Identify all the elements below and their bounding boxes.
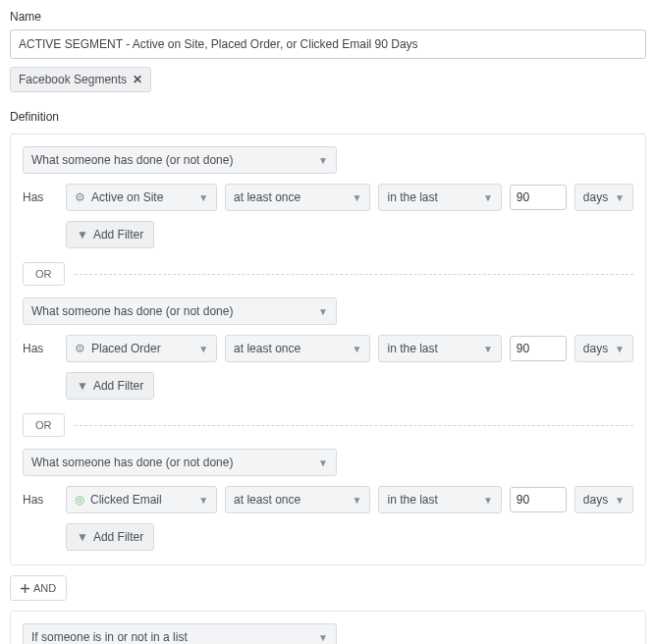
chevron-down-icon: ▼ <box>318 155 328 166</box>
days-unit-select-3[interactable]: days▼ <box>574 486 633 513</box>
days-value-input-2[interactable] <box>510 336 567 361</box>
metric-select-active-on-site[interactable]: ⚙Active on Site▼ <box>66 184 217 211</box>
frequency-select-1[interactable]: at least once▼ <box>225 184 370 211</box>
timeframe-select-3[interactable]: in the last▼ <box>378 486 501 513</box>
timeframe-select-1[interactable]: in the last▼ <box>378 184 501 211</box>
or-button-1[interactable]: OR <box>23 262 65 286</box>
filter-icon: ▼ <box>77 530 88 544</box>
has-label: Has <box>23 190 58 204</box>
chevron-down-icon: ▼ <box>198 344 208 354</box>
chevron-down-icon: ▼ <box>615 192 625 203</box>
tag-remove-icon[interactable]: ✕ <box>133 73 142 86</box>
segment-tag[interactable]: Facebook Segments ✕ <box>10 67 151 92</box>
add-filter-button-1[interactable]: ▼ Add Filter <box>66 221 154 248</box>
frequency-select-3[interactable]: at least once▼ <box>225 486 370 513</box>
condition-type-select-3[interactable]: What someone has done (or not done)▼ <box>23 449 337 476</box>
cart-icon: ⚙ <box>75 342 85 355</box>
metric-select-placed-order[interactable]: ⚙Placed Order▼ <box>66 335 217 362</box>
add-filter-button-2[interactable]: ▼ Add Filter <box>66 372 154 400</box>
gear-icon: ⚙ <box>75 190 85 204</box>
chevron-down-icon: ▼ <box>198 192 208 203</box>
or-divider-2: OR <box>23 413 633 437</box>
metric-select-clicked-email[interactable]: ◎Clicked Email▼ <box>66 486 217 513</box>
days-unit-select-2[interactable]: days▼ <box>574 335 633 362</box>
days-unit-select-1[interactable]: days▼ <box>574 184 633 211</box>
list-condition-select[interactable]: If someone is in or not in a list▼ <box>23 623 337 644</box>
condition-type-select-1[interactable]: What someone has done (or not done)▼ <box>23 146 337 174</box>
chevron-down-icon: ▼ <box>318 306 328 317</box>
days-value-input-1[interactable] <box>510 185 567 210</box>
chevron-down-icon: ▼ <box>198 495 208 506</box>
and-button-1[interactable]: AND <box>10 575 67 601</box>
chevron-down-icon: ▼ <box>483 192 493 203</box>
chevron-down-icon: ▼ <box>615 495 625 506</box>
timeframe-select-2[interactable]: in the last▼ <box>378 335 501 362</box>
chevron-down-icon: ▼ <box>353 495 362 506</box>
definition-block-1: What someone has done (or not done)▼ Has… <box>10 134 646 565</box>
chevron-down-icon: ▼ <box>318 457 328 468</box>
has-label: Has <box>23 342 58 355</box>
chevron-down-icon: ▼ <box>483 495 493 506</box>
segment-name-input[interactable] <box>10 29 646 59</box>
or-button-2[interactable]: OR <box>23 413 65 437</box>
or-divider-1: OR <box>23 262 633 286</box>
plus-icon <box>21 584 29 593</box>
definition-block-2: If someone is in or not in a list▼ Perso… <box>10 611 646 644</box>
days-value-input-3[interactable] <box>510 487 567 512</box>
click-icon: ◎ <box>75 493 84 507</box>
frequency-select-2[interactable]: at least once▼ <box>225 335 370 362</box>
has-label: Has <box>23 493 58 507</box>
condition-type-select-2[interactable]: What someone has done (or not done)▼ <box>23 297 337 325</box>
filter-icon: ▼ <box>77 228 88 242</box>
chevron-down-icon: ▼ <box>353 344 362 354</box>
chevron-down-icon: ▼ <box>318 632 328 643</box>
chevron-down-icon: ▼ <box>483 344 493 354</box>
segment-tag-label: Facebook Segments <box>19 73 127 86</box>
add-filter-button-3[interactable]: ▼ Add Filter <box>66 523 154 551</box>
chevron-down-icon: ▼ <box>353 192 362 203</box>
chevron-down-icon: ▼ <box>615 344 625 354</box>
definition-label: Definition <box>10 110 646 124</box>
name-label: Name <box>10 10 646 24</box>
filter-icon: ▼ <box>77 379 88 393</box>
